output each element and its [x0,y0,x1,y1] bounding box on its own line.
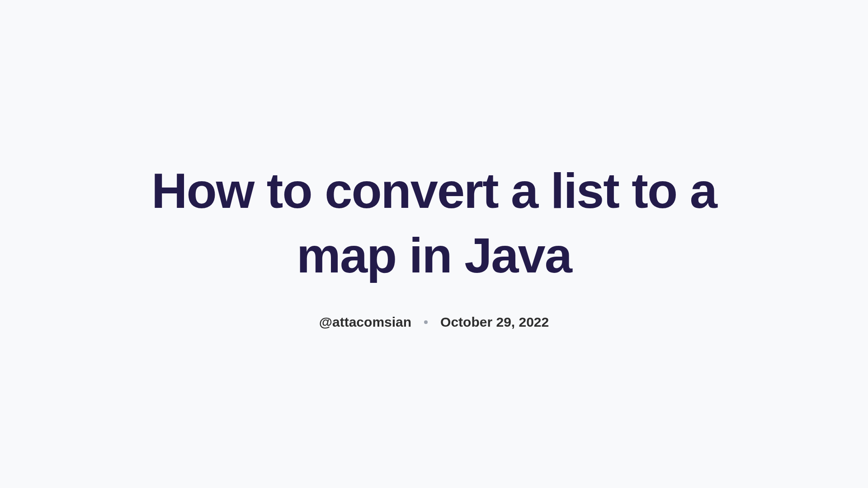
article-header: How to convert a list to a map in Java @… [140,158,728,330]
author-handle: @attacomsian [319,314,411,330]
publish-date: October 29, 2022 [440,314,549,330]
meta-separator [424,320,428,324]
article-title: How to convert a list to a map in Java [140,158,728,287]
article-meta: @attacomsian October 29, 2022 [140,314,728,330]
